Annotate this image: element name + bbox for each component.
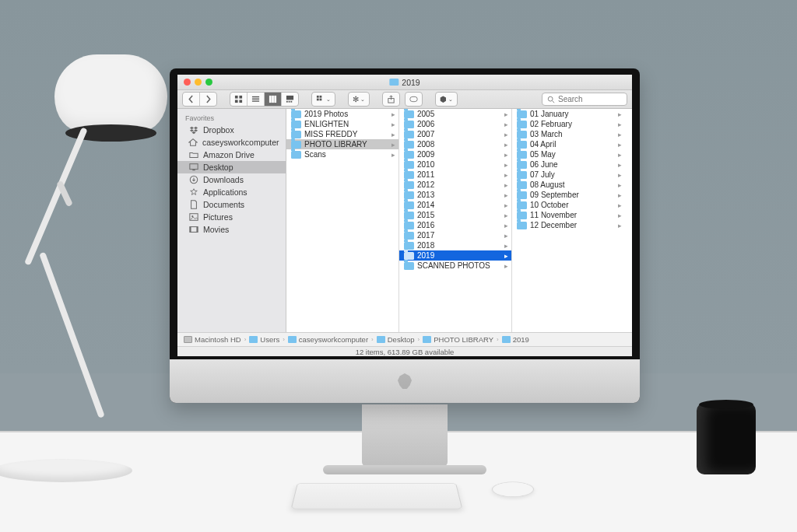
path-separator-icon: ›	[244, 336, 247, 343]
folder-row[interactable]: MISS FREDDY▸	[286, 129, 398, 139]
path-bar[interactable]: Macintosh HD›Users›caseysworkcomputer›De…	[177, 332, 632, 346]
path-separator-icon: ›	[371, 336, 374, 343]
chevron-right-icon: ▸	[504, 262, 508, 270]
maximize-button[interactable]	[205, 79, 212, 86]
home-icon	[188, 138, 198, 148]
folder-row[interactable]: 2007▸	[399, 129, 511, 139]
folder-icon	[517, 121, 527, 128]
folder-icon	[517, 131, 527, 138]
sidebar-header: Favorites	[177, 112, 286, 124]
close-button[interactable]	[184, 79, 191, 86]
sidebar-item-applications[interactable]: Applications	[177, 186, 286, 198]
toolbar: ⌄ ✻⌄ ⬢⌄	[177, 90, 632, 109]
minimize-button[interactable]	[195, 79, 202, 86]
folder-row[interactable]: 2015▸	[399, 210, 511, 220]
chevron-right-icon: ▸	[618, 222, 622, 229]
svg-rect-1	[239, 96, 242, 99]
path-separator-icon: ›	[497, 336, 499, 343]
forward-button[interactable]	[200, 93, 216, 106]
nav-buttons	[182, 92, 217, 107]
folder-row[interactable]: 2016▸	[399, 220, 511, 230]
svg-line-21	[553, 100, 555, 103]
sidebar-item-documents[interactable]: Documents	[177, 198, 286, 211]
folder-label: 2018	[417, 241, 434, 250]
folder-row[interactable]: 2012▸	[399, 180, 511, 190]
sidebar-item-dropbox[interactable]: Dropbox	[177, 124, 286, 136]
path-separator-icon: ›	[418, 336, 420, 343]
folder-row[interactable]: 2018▸	[399, 240, 511, 250]
folder-icon	[404, 201, 414, 209]
view-icon-button[interactable]	[230, 93, 248, 106]
search-input[interactable]	[558, 95, 620, 103]
path-segment[interactable]: caseysworkcomputer	[288, 335, 368, 344]
folder-row[interactable]: 12 December▸	[512, 220, 625, 230]
folder-row[interactable]: 2010▸	[399, 159, 511, 170]
folder-row[interactable]: 2019▸	[399, 250, 511, 261]
svg-rect-22	[189, 164, 197, 170]
folder-icon	[517, 161, 527, 169]
path-segment[interactable]: Users	[249, 335, 279, 344]
sidebar-item-amazon-drive[interactable]: Amazon Drive	[177, 149, 286, 161]
folder-row[interactable]: 06 June▸	[512, 159, 625, 170]
sidebar-item-downloads[interactable]: Downloads	[177, 173, 286, 186]
folder-row[interactable]: 04 April▸	[512, 139, 625, 149]
chevron-right-icon: ▸	[618, 201, 622, 209]
folder-row[interactable]: 11 November▸	[512, 210, 625, 220]
folder-row[interactable]: 08 August▸	[512, 180, 625, 190]
folder-row[interactable]: 05 May▸	[512, 149, 625, 159]
folder-icon	[291, 151, 301, 159]
folder-row[interactable]: 2019 Photos▸	[286, 109, 398, 119]
folder-row[interactable]: 10 October▸	[512, 200, 625, 210]
folder-row[interactable]: 2009▸	[399, 149, 511, 159]
folder-row[interactable]: 2017▸	[399, 230, 511, 240]
back-button[interactable]	[183, 93, 200, 106]
folder-label: 2014	[417, 201, 434, 209]
action-button[interactable]: ✻⌄	[349, 93, 369, 106]
path-segment[interactable]: 2019	[502, 335, 529, 344]
folder-row[interactable]: 02 February▸	[512, 119, 625, 129]
folder-row[interactable]: 2014▸	[399, 200, 511, 210]
folder-row[interactable]: ENLIGHTEN▸	[286, 119, 398, 129]
folder-row[interactable]: Scans▸	[286, 149, 398, 159]
sidebar-item-caseysworkcomputer[interactable]: caseysworkcomputer	[177, 136, 286, 149]
folder-row[interactable]: 03 March▸	[512, 129, 625, 139]
sidebar-item-pictures[interactable]: Pictures	[177, 211, 286, 223]
folder-row[interactable]: PHOTO LIBRARY▸	[286, 139, 398, 149]
svg-rect-0	[235, 96, 238, 99]
chevron-right-icon: ▸	[618, 212, 622, 219]
folder-row[interactable]: SCANNED PHOTOS▸	[399, 261, 511, 271]
path-segment[interactable]: PHOTO LIBRARY	[423, 335, 493, 344]
sidebar-item-desktop[interactable]: Desktop	[177, 161, 286, 173]
desk-lamp	[8, 54, 163, 467]
mouse	[491, 481, 534, 497]
search-field[interactable]	[542, 93, 627, 106]
folder-row[interactable]: 01 January▸	[512, 109, 625, 119]
path-segment[interactable]: Desktop	[377, 335, 415, 344]
column-0: 2019 Photos▸ENLIGHTEN▸MISS FREDDY▸PHOTO …	[286, 109, 399, 332]
folder-row[interactable]: 07 July▸	[512, 170, 625, 180]
sidebar-item-movies[interactable]: Movies	[177, 223, 286, 236]
folder-row[interactable]: 09 September▸	[512, 190, 625, 200]
folder-row[interactable]: 2008▸	[399, 139, 511, 149]
folder-row[interactable]: 2011▸	[399, 170, 511, 180]
folder-icon	[517, 181, 527, 189]
folder-icon	[404, 131, 414, 138]
folder-icon	[517, 222, 527, 229]
tags-button[interactable]	[406, 93, 422, 106]
arrange-button[interactable]: ⌄	[312, 93, 335, 106]
apple-logo-icon	[398, 373, 412, 389]
path-segment[interactable]: Macintosh HD	[184, 335, 241, 344]
dropbox-button[interactable]: ⬢⌄	[436, 93, 457, 106]
hdd-icon	[184, 336, 192, 343]
svg-rect-29	[196, 227, 198, 233]
view-list-button[interactable]	[248, 93, 265, 106]
folder-row[interactable]: 2013▸	[399, 190, 511, 200]
share-button[interactable]	[383, 93, 399, 106]
view-gallery-button[interactable]	[282, 93, 298, 106]
sidebar-item-label: Documents	[203, 200, 244, 209]
folder-row[interactable]: 2005▸	[399, 109, 511, 119]
view-column-button[interactable]	[265, 93, 282, 106]
chevron-right-icon: ▸	[504, 181, 508, 189]
folder-label: 2017	[417, 231, 434, 240]
folder-row[interactable]: 2006▸	[399, 119, 511, 129]
